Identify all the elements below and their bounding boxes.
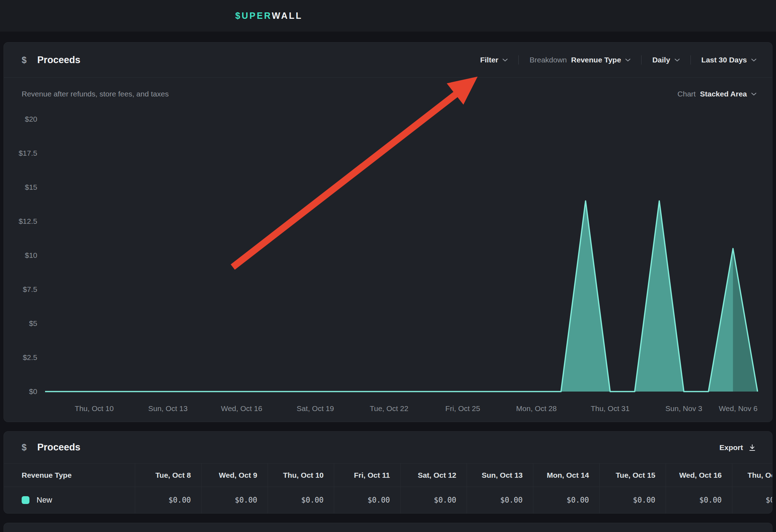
column-header-date: Thu, Oct 10 xyxy=(268,464,334,487)
revenue-type-cell: New xyxy=(4,487,135,513)
x-tick-label: Fri, Oct 25 xyxy=(431,404,495,414)
y-tick-label: $12.5 xyxy=(4,216,37,226)
export-label: Export xyxy=(719,443,743,452)
dollar-icon: $ xyxy=(22,442,27,453)
download-icon xyxy=(748,443,756,452)
revenue-type-label: New xyxy=(37,495,52,505)
y-tick-label: $7.5 xyxy=(4,284,37,294)
y-tick-label: $0 xyxy=(4,387,37,397)
proceeds-table-card: $ Proceeds Export Revenue TypeTue, Oct 8… xyxy=(4,431,772,514)
y-tick-label: $17.5 xyxy=(4,148,37,158)
value-cell: $0.00 xyxy=(135,487,202,513)
table-body: New$0.00$0.00$0.00$0.00$0.00$0.00$0.00$0… xyxy=(4,487,772,513)
y-tick-label: $2.5 xyxy=(4,353,37,362)
column-header-date: Wed, Oct 16 xyxy=(666,464,732,487)
table-row: New$0.00$0.00$0.00$0.00$0.00$0.00$0.00$0… xyxy=(4,487,772,513)
column-header-date: Sun, Oct 13 xyxy=(467,464,533,487)
table-card-header: $ Proceeds Export xyxy=(4,432,772,463)
column-header-date: Tue, Oct 8 xyxy=(135,464,202,487)
column-header-date: Tue, Oct 15 xyxy=(600,464,666,487)
x-tick-label: Sat, Oct 19 xyxy=(284,404,347,414)
next-card-partial xyxy=(4,523,772,532)
top-nav-bar: $UPERWALL xyxy=(0,0,776,32)
area-series-fill xyxy=(45,201,758,392)
x-tick-label: Wed, Oct 16 xyxy=(210,404,274,414)
value-cell: $0.00 xyxy=(268,487,334,513)
x-tick-label: Thu, Oct 10 xyxy=(62,404,126,414)
logo-white: WALL xyxy=(272,11,303,21)
column-header-date: Thu, Oct 17 xyxy=(732,464,772,487)
value-cell: $0.00 xyxy=(202,487,268,513)
series-color-swatch xyxy=(22,496,29,504)
value-cell: $0.00 xyxy=(533,487,600,513)
value-cell: $0.00 xyxy=(600,487,666,513)
value-cell: $0.00 xyxy=(401,487,467,513)
column-header-date: Wed, Oct 9 xyxy=(202,464,268,487)
value-cell: $0.00 xyxy=(666,487,732,513)
column-header-date: Mon, Oct 14 xyxy=(533,464,600,487)
table-card-title: Proceeds xyxy=(37,442,81,453)
y-tick-label: $5 xyxy=(4,318,37,328)
export-button[interactable]: Export xyxy=(719,443,756,452)
value-cell: $0.00 xyxy=(334,487,401,513)
table-header-row: Revenue TypeTue, Oct 8Wed, Oct 9Thu, Oct… xyxy=(4,464,772,487)
stacked-area-chart[interactable] xyxy=(4,43,772,422)
column-header-date: Fri, Oct 11 xyxy=(334,464,401,487)
x-tick-label: Tue, Oct 22 xyxy=(357,404,421,414)
x-tick-label: Wed, Nov 6 xyxy=(701,404,758,414)
logo-teal: $UPER xyxy=(235,11,272,21)
y-tick-label: $10 xyxy=(4,250,37,260)
column-header-date: Sat, Oct 12 xyxy=(401,464,467,487)
x-tick-label: Thu, Oct 31 xyxy=(578,404,642,414)
value-cell: $0.00 xyxy=(732,487,772,513)
y-tick-label: $20 xyxy=(4,114,37,124)
x-tick-label: Sun, Oct 13 xyxy=(136,404,200,414)
column-header-revenue-type: Revenue Type xyxy=(4,464,135,487)
value-cell: $0.00 xyxy=(467,487,533,513)
y-tick-label: $15 xyxy=(4,182,37,192)
superwall-logo[interactable]: $UPERWALL xyxy=(235,11,303,21)
proceeds-chart-card: $ Proceeds Filter Breakdown Revenue Type… xyxy=(4,42,772,422)
x-tick-label: Mon, Oct 28 xyxy=(505,404,568,414)
